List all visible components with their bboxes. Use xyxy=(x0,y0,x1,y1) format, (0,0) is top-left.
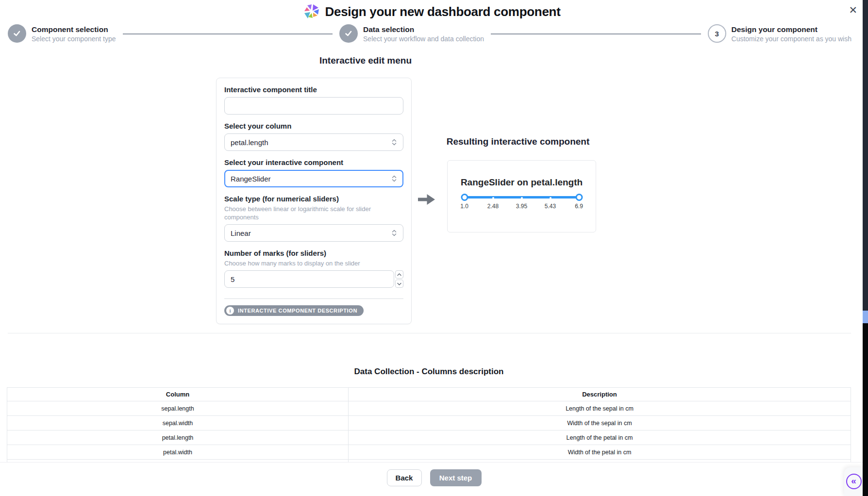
preview-card: RangeSlider on petal.length 1.0 2.48 3.9… xyxy=(447,160,596,232)
table-row: petal.length Length of the petal in cm xyxy=(7,430,851,445)
marks-field-hint: Choose how many marks to display on the … xyxy=(224,259,403,267)
column-cell: petal.length xyxy=(7,430,349,445)
marks-field-label: Number of marks (for sliders) xyxy=(224,248,403,258)
title-field-label: Interactive component title xyxy=(224,85,403,94)
slider-handle-max[interactable] xyxy=(575,194,583,201)
interactive-component-select[interactable]: RangeSlider xyxy=(224,170,403,187)
step2-check-icon xyxy=(339,24,358,43)
step3-number-badge: 3 xyxy=(708,24,726,43)
marks-number-input[interactable]: 5 xyxy=(224,270,394,288)
slider-handle-min[interactable] xyxy=(461,194,468,201)
modal-title: Design your new dashboard component xyxy=(325,4,561,19)
step3-title: Design your component xyxy=(732,24,851,34)
slider-mark-label: 5.43 xyxy=(545,203,556,210)
edit-menu-card: Interactive component title Select your … xyxy=(216,78,412,324)
scrollbar-track-lower xyxy=(863,323,868,496)
column-cell: sepal.length xyxy=(7,401,349,416)
wizard-stepper: Component selection Select your componen… xyxy=(8,24,851,44)
table-section-title: Data Collection - Columns description xyxy=(7,367,851,377)
slider-mark-label: 2.48 xyxy=(487,203,499,210)
column-cell: sepal.width xyxy=(7,416,349,430)
interactive-component-select-value: RangeSlider xyxy=(231,175,271,183)
right-arrow-icon xyxy=(417,192,437,207)
dashboard-wizard-modal: Design your new dashboard component ✕ Co… xyxy=(0,0,868,496)
scrollbar[interactable] xyxy=(863,0,868,496)
number-stepper xyxy=(395,270,403,288)
scrollbar-thumb[interactable] xyxy=(863,311,868,323)
badge-label: INTERACTIVE COMPONENT DESCRIPTION xyxy=(238,308,357,314)
corner-panel: « xyxy=(844,467,863,496)
slider-mark-dot xyxy=(550,197,551,199)
step-data-selection[interactable]: Data selection Select your workflow and … xyxy=(339,24,484,44)
pinwheel-logo-icon xyxy=(303,3,320,20)
edit-menu-heading: Interactive edit menu xyxy=(268,55,463,66)
unfold-icon xyxy=(391,175,397,182)
unfold-icon xyxy=(391,229,397,237)
table-row: sepal.length Length of the sepal in cm xyxy=(7,401,851,416)
stepper-up-button[interactable] xyxy=(395,270,403,279)
description-cell: Width of the sepal in cm xyxy=(349,416,851,430)
scale-type-select-value: Linear xyxy=(231,229,251,237)
component-field-label: Select your interactive component xyxy=(224,158,403,167)
scale-type-select[interactable]: Linear xyxy=(224,224,403,242)
unfold-icon xyxy=(391,138,397,146)
section-divider xyxy=(8,333,851,333)
modal-header: Design your new dashboard component xyxy=(0,3,863,20)
scale-field-label: Scale type (for numerical sliders) xyxy=(224,194,403,203)
column-select-value: petal.length xyxy=(231,138,268,147)
description-cell: Length of the sepal in cm xyxy=(349,401,851,416)
step1-title: Component selection xyxy=(32,24,116,34)
description-header: Description xyxy=(349,388,851,401)
columns-description-table: Column Description sepal.length Length o… xyxy=(7,387,851,474)
slider-mark-labels: 1.0 2.48 3.95 5.43 6.9 xyxy=(465,203,579,210)
stepper-connector xyxy=(123,33,333,34)
scale-field-hint: Choose between linear or logarithmic sca… xyxy=(224,205,403,221)
range-slider[interactable] xyxy=(465,194,579,201)
step-design-component[interactable]: 3 Design your component Customize your c… xyxy=(708,24,851,44)
stepper-down-button[interactable] xyxy=(395,280,403,288)
step1-subtitle: Select your component type xyxy=(32,34,116,44)
step3-subtitle: Customize your component as you wish xyxy=(732,34,851,44)
column-select[interactable]: petal.length xyxy=(224,133,403,151)
step2-subtitle: Select your workflow and data collection xyxy=(363,34,484,44)
stepper-connector xyxy=(491,33,701,34)
slider-mark-dot xyxy=(521,197,523,199)
table-header-row: Column Description xyxy=(7,388,851,401)
close-icon[interactable]: ✕ xyxy=(849,5,857,15)
column-cell: petal.width xyxy=(7,445,349,460)
description-cell: Length of the petal in cm xyxy=(349,430,851,445)
slider-mark-label: 6.9 xyxy=(575,203,583,210)
column-header: Column xyxy=(7,388,349,401)
info-icon: i xyxy=(226,307,234,314)
collapse-chevrons-icon[interactable]: « xyxy=(846,474,862,489)
slider-mark-dot xyxy=(492,197,494,199)
wizard-footer: Back Next step xyxy=(0,462,868,496)
description-cell: Width of the petal in cm xyxy=(349,445,851,460)
step-component-selection[interactable]: Component selection Select your componen… xyxy=(8,24,116,44)
step2-title: Data selection xyxy=(363,24,484,34)
next-step-button[interactable]: Next step xyxy=(430,469,482,486)
card-divider xyxy=(224,298,403,299)
column-field-label: Select your column xyxy=(224,121,403,131)
step1-check-icon xyxy=(8,24,26,43)
preview-heading: Resulting interactive component xyxy=(421,136,615,147)
back-button[interactable]: Back xyxy=(387,469,422,486)
component-description-badge[interactable]: i INTERACTIVE COMPONENT DESCRIPTION xyxy=(224,305,364,316)
rangeslider-title: RangeSlider on petal.length xyxy=(448,177,596,188)
slider-mark-label: 1.0 xyxy=(460,203,468,210)
table-row: petal.width Width of the petal in cm xyxy=(7,445,851,460)
component-title-input[interactable] xyxy=(224,97,403,115)
table-row: sepal.width Width of the sepal in cm xyxy=(7,416,851,430)
slider-mark-label: 3.95 xyxy=(516,203,527,210)
